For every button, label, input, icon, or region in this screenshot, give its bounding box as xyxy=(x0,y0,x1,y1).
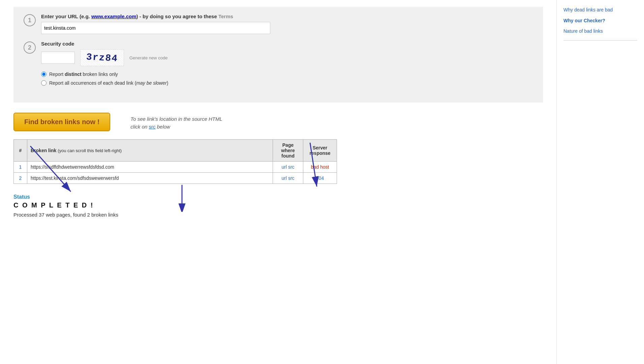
table-row: 1https://sfsdffdhdwetwerrewsfdsfdsd.comu… xyxy=(14,162,337,173)
row-url: https://test.kinsta.com/sdfsdswewerwersf… xyxy=(27,173,273,184)
radio-all: Report all occurrences of each dead link… xyxy=(41,80,533,86)
terms-link[interactable]: Terms xyxy=(218,13,233,19)
step-2-label: Security code xyxy=(41,41,533,47)
radio-all-input[interactable] xyxy=(41,80,47,86)
sidebar: Why dead links are bad Why our Checker? … xyxy=(556,0,644,364)
col-response-header: Server response xyxy=(303,140,337,162)
page-url-link[interactable]: url xyxy=(281,164,287,170)
processed-text: Processed 37 web pages, found 2 broken l… xyxy=(13,212,543,218)
col-num-header: # xyxy=(14,140,27,162)
col-link-header: Broken link (you can scroll this field l… xyxy=(27,140,273,162)
row-url: https://sfsdffdhdwetwerrewsfdsfdsd.com xyxy=(27,162,273,173)
down-arrow xyxy=(172,185,192,212)
page-url-link[interactable]: url xyxy=(281,175,287,181)
url-input[interactable] xyxy=(41,22,270,34)
radio-distinct-input[interactable] xyxy=(41,72,47,77)
page-src-link[interactable]: src xyxy=(288,175,295,181)
step-2-number: 2 xyxy=(24,41,36,54)
completed-text: C O M P L E T E D ! xyxy=(13,201,543,209)
security-code-input[interactable] xyxy=(41,52,75,64)
row-num-link[interactable]: 1 xyxy=(19,164,22,170)
radio-distinct-label: Report distinct broken links only xyxy=(49,72,118,77)
response-link[interactable]: 404 xyxy=(316,175,324,181)
row-num-link[interactable]: 2 xyxy=(19,175,22,181)
step-1-label: Enter your URL (e.g. www.example.com) - … xyxy=(41,13,533,19)
sidebar-why-dead-links[interactable]: Why dead links are bad xyxy=(563,7,637,13)
status-label: Status xyxy=(13,194,543,200)
sidebar-divider xyxy=(563,40,637,40)
response-link[interactable]: bad host xyxy=(311,164,329,170)
col-page-header: Page where found xyxy=(273,140,303,162)
page-src-link[interactable]: src xyxy=(288,164,295,170)
results-table: # Broken link (you can scroll this field… xyxy=(13,139,337,184)
radio-all-label: Report all occurrences of each dead link… xyxy=(49,80,168,86)
hint-text: To see link's location in the source HTM… xyxy=(130,113,222,131)
captcha-image: 3rz84 xyxy=(80,49,124,66)
step-1-number: 1 xyxy=(24,14,36,26)
find-broken-links-button[interactable]: Find broken links now ! xyxy=(13,113,110,131)
sidebar-why-checker[interactable]: Why our Checker? xyxy=(563,18,637,24)
status-section: Status C O M P L E T E D ! Processed 37 … xyxy=(13,194,543,218)
src-hint-link[interactable]: src xyxy=(149,124,156,130)
radio-distinct: Report distinct broken links only xyxy=(41,72,533,77)
table-row: 2https://test.kinsta.com/sdfsdswewerwers… xyxy=(14,173,337,184)
sidebar-nature-bad-links[interactable]: Nature of bad links xyxy=(563,28,637,35)
generate-code-link[interactable]: Generate new code xyxy=(129,55,167,60)
